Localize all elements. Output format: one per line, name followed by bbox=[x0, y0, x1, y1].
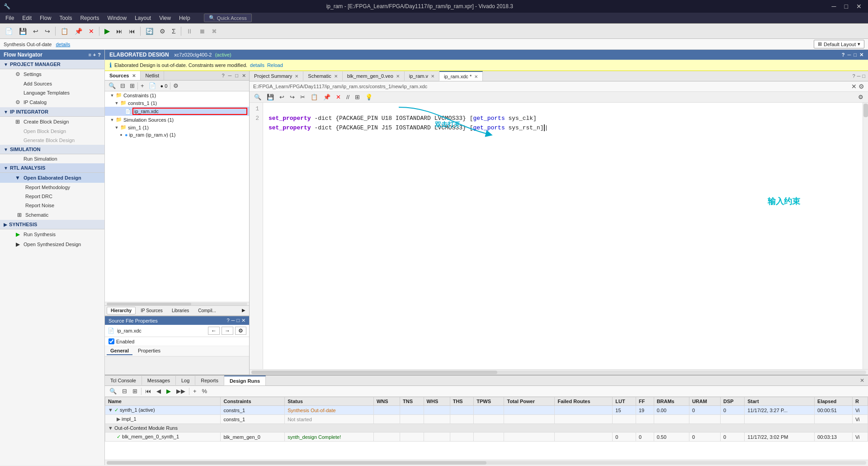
sources-search-btn[interactable]: 🔍 bbox=[107, 81, 118, 90]
cancel-btn[interactable]: ✖ bbox=[209, 26, 219, 36]
paste-edit-btn[interactable]: 📌 bbox=[321, 93, 332, 101]
editor-min-icon[interactable]: ─ bbox=[857, 73, 861, 79]
nav-item-schematic[interactable]: ⊞ Schematic bbox=[0, 210, 104, 220]
tree-item-constrs1[interactable]: ▼ 📁 constrs_1 (1) bbox=[105, 99, 249, 107]
tab-close-icon[interactable]: ✕ bbox=[334, 74, 338, 79]
editor-help-icon[interactable]: ? bbox=[852, 73, 855, 79]
sources-maximize-btn[interactable]: □ bbox=[234, 72, 240, 79]
redo-edit-btn[interactable]: ↪ bbox=[288, 93, 297, 101]
sources-settings-btn[interactable]: ⚙ bbox=[171, 81, 180, 90]
nav-item-report-drc[interactable]: Report DRC bbox=[0, 192, 104, 201]
indent-btn[interactable]: ⊞ bbox=[353, 93, 362, 101]
delete-edit-btn[interactable]: ✕ bbox=[334, 93, 343, 101]
editor-max-icon[interactable]: □ bbox=[862, 73, 865, 79]
bt-collapse-btn[interactable]: ⊟ bbox=[120, 387, 129, 395]
tree-item-ip-ram-sim[interactable]: ● ● ip_ram (ip_ram.v) (1) bbox=[105, 131, 249, 138]
bt-prev-btn[interactable]: ◀ bbox=[155, 387, 163, 395]
restore-btn[interactable]: □ bbox=[842, 3, 851, 10]
details-link[interactable]: details bbox=[56, 42, 70, 47]
ftab-compile[interactable]: Compil... bbox=[194, 307, 220, 314]
search-btn[interactable]: 🔍 bbox=[252, 93, 263, 101]
menu-view[interactable]: View bbox=[156, 14, 175, 22]
float-icon[interactable]: ─ bbox=[848, 52, 851, 58]
nav-item-run-simulation[interactable]: Run Simulation bbox=[0, 154, 104, 163]
bt-expand-btn[interactable]: ⊞ bbox=[131, 387, 139, 395]
copy-edit-btn[interactable]: 📋 bbox=[309, 93, 320, 101]
minimize-btn[interactable]: ─ bbox=[829, 3, 839, 10]
cut-btn[interactable]: ✂ bbox=[298, 93, 307, 101]
tree-item-sim-sources[interactable]: ▼ 📁 Simulation Sources (1) bbox=[105, 116, 249, 124]
reload-link[interactable]: Reload bbox=[267, 62, 283, 68]
tab-blk-mem-gen[interactable]: blk_mem_gen_0.veo ✕ bbox=[343, 71, 405, 81]
save-btn[interactable]: 💾 bbox=[17, 26, 29, 36]
tab-ip-ram-v[interactable]: ip_ram.v ✕ bbox=[405, 71, 439, 81]
settings-icon[interactable]: ⚙ bbox=[859, 83, 864, 90]
nav-item-open-elaborated-design[interactable]: ▼ Open Elaborated Design bbox=[0, 173, 104, 183]
bt-first-btn[interactable]: ⏮ bbox=[143, 387, 153, 395]
ftab-ip-sources[interactable]: IP Sources bbox=[137, 307, 167, 314]
nav-collapse-icon[interactable]: ≡ bbox=[88, 52, 91, 57]
menu-edit[interactable]: Edit bbox=[19, 14, 35, 22]
step-btn[interactable]: ⏭ bbox=[114, 26, 125, 36]
table-row-impl1[interactable]: ▶ impl_1 constrs_1 Not started bbox=[105, 415, 868, 424]
table-row-synth1[interactable]: ▼ ✓ synth_1 (active) constrs_1 Synthesis… bbox=[105, 406, 868, 415]
bottom-horizontal-scrollbar[interactable] bbox=[105, 460, 868, 465]
src-props-general-tab[interactable]: General bbox=[107, 347, 132, 355]
src-props-properties-tab[interactable]: Properties bbox=[134, 347, 164, 355]
section-title-rtl-analysis[interactable]: ▼ RTL ANALYSIS bbox=[0, 163, 104, 173]
src-props-enabled-checkbox[interactable] bbox=[108, 338, 114, 344]
row-expand-icon[interactable]: ▼ bbox=[108, 425, 113, 431]
tab-close-icon[interactable]: ✕ bbox=[295, 74, 298, 79]
more-tabs-btn[interactable]: ▶ bbox=[240, 307, 247, 314]
editor-settings-btn[interactable]: ⚙ bbox=[856, 93, 865, 101]
bottom-panel-close[interactable]: ✕ bbox=[856, 376, 868, 385]
ftab-libraries[interactable]: Libraries bbox=[168, 307, 193, 314]
code-editor[interactable]: 1 2 set_property -dict {PACKAGE_PIN U18 … bbox=[250, 103, 868, 369]
nav-item-create-block-design[interactable]: ⊞ Create Block Design bbox=[0, 117, 104, 127]
reset-btn[interactable]: 🔄 bbox=[143, 26, 156, 36]
close-icon[interactable]: ✕ bbox=[859, 52, 863, 58]
tab-close-icon[interactable]: ✕ bbox=[431, 74, 434, 79]
undo-edit-btn[interactable]: ↩ bbox=[278, 93, 286, 101]
close-file-icon[interactable]: ✕ bbox=[851, 83, 857, 90]
menu-file[interactable]: File bbox=[2, 14, 18, 22]
nav-item-report-methodology[interactable]: Report Methodology bbox=[0, 183, 104, 192]
save-file-btn[interactable]: 💾 bbox=[265, 93, 276, 101]
tree-item-sim1[interactable]: ▼ 📁 sim_1 (1) bbox=[105, 124, 249, 131]
row-expand-icon[interactable]: ▼ bbox=[108, 407, 113, 413]
tab-close-icon[interactable]: ✕ bbox=[396, 74, 400, 79]
src-props-forward-btn[interactable]: → bbox=[222, 327, 233, 335]
tab-ip-ram-xdc[interactable]: ip_ram.xdc * ✕ bbox=[439, 71, 483, 81]
nav-item-settings[interactable]: ⚙ Settings bbox=[0, 69, 104, 79]
menu-window[interactable]: Window bbox=[104, 14, 130, 22]
sources-minimize-btn[interactable]: ─ bbox=[227, 72, 233, 79]
tab-log[interactable]: Log bbox=[176, 376, 195, 385]
nav-item-open-synthesized-design[interactable]: ▶ Open Synthesized Design bbox=[0, 239, 104, 249]
tab-design-runs[interactable]: Design Runs bbox=[224, 376, 266, 385]
tab-close-icon[interactable]: ✕ bbox=[474, 74, 478, 79]
bt-run-btn[interactable]: ▶ bbox=[165, 387, 173, 395]
bulb-btn[interactable]: 💡 bbox=[363, 93, 374, 101]
menu-tools[interactable]: Tools bbox=[56, 14, 75, 22]
menu-layout[interactable]: Layout bbox=[131, 14, 155, 22]
bt-search-btn[interactable]: 🔍 bbox=[108, 387, 118, 395]
menu-flow[interactable]: Flow bbox=[36, 14, 55, 22]
redo-btn[interactable]: ↪ bbox=[42, 26, 52, 36]
vertical-scrollbar[interactable] bbox=[863, 103, 868, 369]
details-link[interactable]: details bbox=[250, 62, 264, 68]
tab-tcl-console[interactable]: Tcl Console bbox=[105, 376, 142, 385]
sources-expand-btn[interactable]: ⊞ bbox=[128, 81, 137, 90]
nav-item-report-noise[interactable]: Report Noise bbox=[0, 201, 104, 210]
tab-netlist[interactable]: Netlist bbox=[141, 71, 164, 80]
sources-collapse-btn[interactable]: ⊟ bbox=[118, 81, 127, 90]
new-btn[interactable]: 📄 bbox=[3, 26, 15, 36]
section-title-synthesis[interactable]: ▶ SYNTHESIS bbox=[0, 220, 104, 229]
tab-project-summary[interactable]: Project Summary ✕ bbox=[250, 71, 303, 81]
copy-btn[interactable]: 📋 bbox=[58, 26, 71, 36]
expand-icon[interactable]: □ bbox=[854, 52, 857, 58]
tree-item-ip-ram-xdc[interactable]: 📄 ip_ram.xdc bbox=[105, 107, 249, 116]
src-props-max[interactable]: □ bbox=[236, 318, 240, 323]
src-props-settings-btn[interactable]: ⚙ bbox=[235, 327, 246, 335]
src-props-min[interactable]: ─ bbox=[231, 318, 235, 323]
run-btn[interactable]: ▶ bbox=[102, 25, 112, 37]
